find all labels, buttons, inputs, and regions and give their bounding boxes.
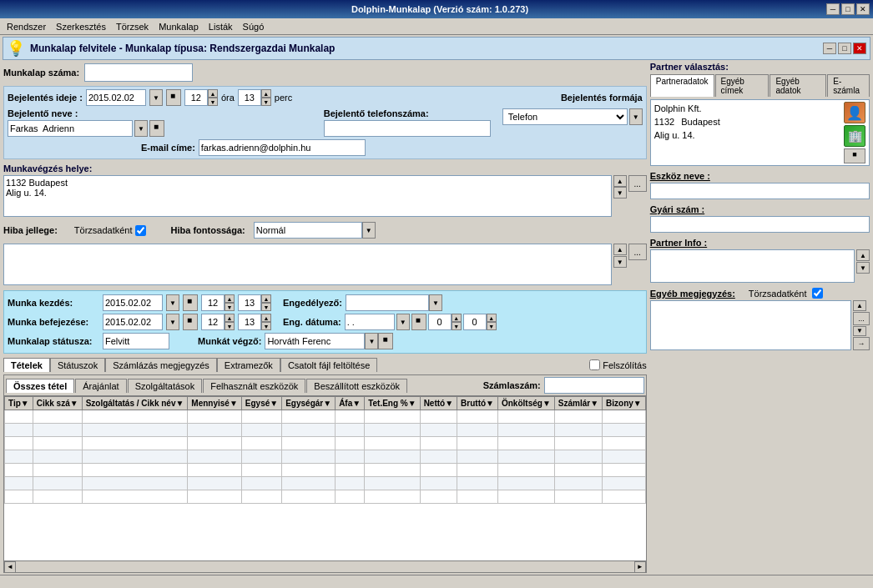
bejelentes-date-dropdown[interactable]: ▼ <box>149 89 163 106</box>
partnerinfo-scroll-up[interactable]: ▲ <box>856 249 870 261</box>
table-scroll-right[interactable]: ► <box>634 561 646 573</box>
eng-v2-down[interactable]: ▼ <box>487 322 497 330</box>
bejelentes-min-up[interactable]: ▲ <box>261 89 271 98</box>
partner-info-textarea[interactable] <box>650 249 855 283</box>
subtab-szolgaltatasok[interactable]: Szolgáltatások <box>128 379 203 393</box>
munkat-vegzo-dropdown[interactable]: ▼ <box>365 333 378 349</box>
bejelentes-date-button[interactable]: ■ <box>166 89 181 106</box>
eng-v2-up[interactable]: ▲ <box>487 314 497 322</box>
munkavegzes-scroll-up[interactable]: ▲ <box>613 175 627 187</box>
bejelentes-hour-input[interactable] <box>184 89 208 106</box>
title-maximize-button[interactable]: □ <box>841 3 855 15</box>
bejelentes-min-input[interactable] <box>238 89 261 106</box>
munkavegzes-dots-button[interactable]: ... <box>628 175 647 192</box>
tab-extramezok[interactable]: Extramezők <box>217 358 280 372</box>
subtab-beszallitott[interactable]: Beszállított eszközök <box>306 379 407 393</box>
egyeb-dots-btn[interactable]: ... <box>853 312 870 325</box>
munka-befejezese-min[interactable] <box>238 314 261 330</box>
col-egysegar[interactable]: Egységár▼ <box>282 397 336 410</box>
eng-datuma-input[interactable] <box>345 314 395 330</box>
sub-close-button[interactable]: ✕ <box>853 43 866 54</box>
subtab-arajanlat[interactable]: Árajánlat <box>75 379 126 393</box>
partnerinfo-scroll-down[interactable]: ▼ <box>856 262 870 274</box>
munka-befejezese-date-dropdown[interactable]: ▼ <box>166 314 179 330</box>
col-menny[interactable]: Mennyisé▼ <box>188 397 241 410</box>
munkalap-statusza-input[interactable] <box>103 333 169 349</box>
munka-kezdes-min[interactable] <box>238 294 261 311</box>
egyeb-megjegyzes-textarea[interactable] <box>650 300 851 350</box>
partner-action-btn[interactable]: ■ <box>844 148 865 163</box>
col-szamlar[interactable]: Számlár▼ <box>554 397 602 410</box>
munkalap-szama-input[interactable] <box>84 63 193 82</box>
bejelento-neve-dropdown[interactable]: ▼ <box>134 120 148 137</box>
hiba-dots-button[interactable]: ... <box>628 244 647 260</box>
mk-min-up[interactable]: ▲ <box>261 294 271 303</box>
munka-kezdes-date-dropdown[interactable]: ▼ <box>166 294 179 311</box>
munka-kezdes-date-btn[interactable]: ■ <box>183 294 198 311</box>
hiba-scroll-up[interactable]: ▲ <box>613 244 627 255</box>
egyeb-scroll-down[interactable]: ▼ <box>853 326 866 337</box>
forma-dropdown-btn[interactable]: ▼ <box>629 108 643 125</box>
col-szolg[interactable]: Szolgáltatás / Cikk név▼ <box>82 397 188 410</box>
bejelento-neve-button[interactable]: ■ <box>149 120 164 137</box>
munkavegzes-scroll-down[interactable]: ▼ <box>613 187 627 199</box>
partner-tab-cimek[interactable]: Egyéb címek <box>715 74 770 97</box>
menu-rendszer[interactable]: Rendszer <box>2 20 51 33</box>
tab-csatolt[interactable]: Csatolt fájl feltöltése <box>280 358 377 372</box>
munka-befejezese-date[interactable] <box>103 314 163 330</box>
hiba-fontossaga-dropdown[interactable]: ▼ <box>362 222 376 239</box>
tab-szamlazas[interactable]: Számlázás megjegyzés <box>105 358 217 372</box>
bejelentes-hour-down[interactable]: ▼ <box>208 98 218 106</box>
bejelento-tel-input[interactable] <box>324 120 491 137</box>
eng-v1-up[interactable]: ▲ <box>452 314 462 322</box>
mb-hour-down[interactable]: ▼ <box>225 322 235 330</box>
col-bizony[interactable]: Bizony▼ <box>603 397 646 410</box>
hiba-leiras-textarea[interactable] <box>3 244 612 285</box>
eng-val1[interactable] <box>428 314 452 330</box>
bejelentes-forma-select[interactable]: Telefon <box>502 108 628 125</box>
munka-kezdes-date[interactable] <box>103 294 163 311</box>
mb-min-up[interactable]: ▲ <box>261 314 271 322</box>
eng-v1-down[interactable]: ▼ <box>452 322 462 330</box>
szamlaszam-input[interactable] <box>544 377 644 394</box>
engedelmező-input[interactable] <box>346 294 429 311</box>
munka-befejezese-hour[interactable] <box>201 314 225 330</box>
eng-datuma-btn[interactable]: ■ <box>411 314 426 330</box>
sub-minimize-button[interactable]: ─ <box>823 43 836 54</box>
gyari-szam-input[interactable] <box>650 216 870 233</box>
mk-hour-up[interactable]: ▲ <box>225 294 235 303</box>
col-afa[interactable]: Áfa▼ <box>336 397 365 410</box>
munka-kezdes-hour[interactable] <box>201 294 225 311</box>
menu-szerkesztes[interactable]: Szerkesztés <box>51 20 111 33</box>
bejelentes-hour-up[interactable]: ▲ <box>208 89 218 98</box>
partner-tab-adatok[interactable]: Partneradatok <box>650 74 714 97</box>
col-onkoltseg[interactable]: Önköltség▼ <box>497 397 554 410</box>
col-tip[interactable]: Tip▼ <box>5 397 33 410</box>
tab-statuszok[interactable]: Státuszok <box>50 358 105 372</box>
eng-val2[interactable] <box>463 314 487 330</box>
mk-hour-down[interactable]: ▼ <box>225 303 235 311</box>
torzsadatkent-checkbox2[interactable] <box>812 288 823 299</box>
bejelento-neve-input[interactable] <box>8 120 133 137</box>
munkat-vegzo-btn[interactable]: ■ <box>378 333 393 349</box>
hiba-fontossaga-input[interactable] <box>254 222 362 239</box>
email-input[interactable] <box>199 139 366 156</box>
menu-torzsek[interactable]: Törzsek <box>111 20 154 33</box>
menu-munkalap[interactable]: Munkalap <box>154 20 204 33</box>
subtab-felhasznalt[interactable]: Felhasznált eszközök <box>203 379 305 393</box>
munka-befejezese-date-btn[interactable]: ■ <box>183 314 198 330</box>
torzsadatkent-checkbox[interactable] <box>135 225 146 236</box>
munkavegzes-textarea[interactable]: 1132 Budapest Alig u. 14. <box>3 175 612 217</box>
table-scroll-left[interactable]: ◄ <box>4 561 16 573</box>
col-brutto[interactable]: Bruttó▼ <box>457 397 498 410</box>
felszolitas-checkbox[interactable] <box>589 359 600 370</box>
bejelentes-min-down[interactable]: ▼ <box>261 98 271 106</box>
col-egys[interactable]: Egysé▼ <box>241 397 281 410</box>
menu-sugo[interactable]: Súgó <box>238 20 270 33</box>
sub-maximize-button[interactable]: □ <box>838 43 851 54</box>
mb-min-down[interactable]: ▼ <box>261 322 271 330</box>
subtab-osszes[interactable]: Összes tétel <box>6 379 74 393</box>
title-minimize-button[interactable]: ─ <box>826 3 840 15</box>
mb-hour-up[interactable]: ▲ <box>225 314 235 322</box>
partner-tab-eszamla[interactable]: E-számla <box>827 74 870 97</box>
